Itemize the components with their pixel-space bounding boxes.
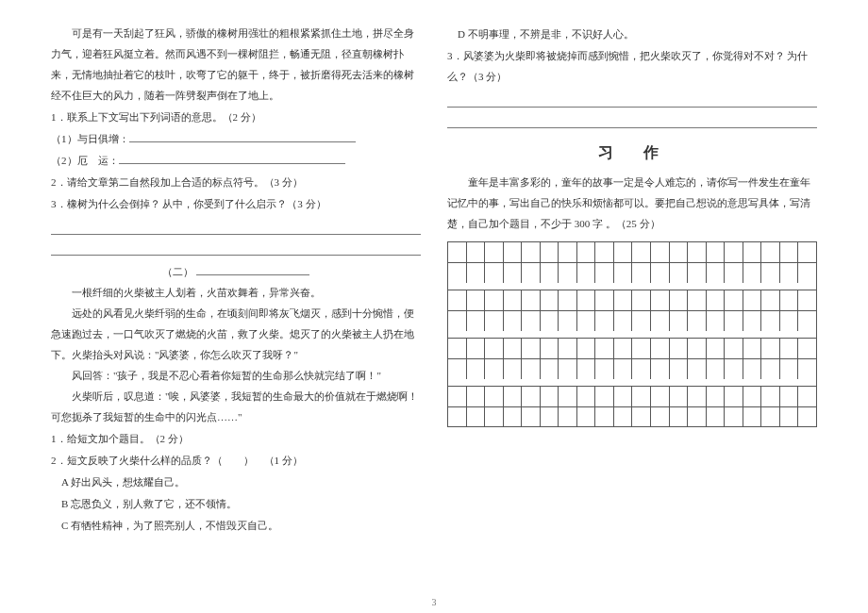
essay-cell[interactable]: [522, 359, 541, 379]
essay-cell[interactable]: [541, 359, 559, 379]
essay-cell[interactable]: [632, 359, 651, 379]
s2q3-blank-2[interactable]: [447, 111, 817, 128]
s2q3-blank-1[interactable]: [447, 91, 817, 108]
essay-cell[interactable]: [651, 339, 670, 358]
essay-cell[interactable]: [467, 242, 486, 262]
essay-row[interactable]: [447, 338, 817, 358]
essay-cell[interactable]: [798, 359, 817, 379]
essay-cell[interactable]: [725, 242, 743, 262]
essay-cell[interactable]: [725, 407, 743, 426]
essay-cell[interactable]: [632, 339, 651, 358]
essay-cell[interactable]: [595, 263, 614, 283]
essay-cell[interactable]: [632, 387, 651, 406]
essay-cell[interactable]: [798, 263, 817, 283]
essay-cell[interactable]: [780, 407, 799, 426]
essay-cell[interactable]: [688, 263, 707, 283]
essay-row[interactable]: [447, 358, 817, 379]
essay-cell[interactable]: [670, 339, 689, 358]
essay-cell[interactable]: [670, 242, 689, 262]
essay-cell[interactable]: [761, 242, 780, 262]
essay-cell[interactable]: [577, 242, 596, 262]
essay-cell[interactable]: [467, 263, 486, 283]
essay-cell[interactable]: [522, 290, 541, 310]
essay-grid[interactable]: [447, 241, 817, 427]
essay-cell[interactable]: [707, 359, 726, 379]
essay-cell[interactable]: [707, 387, 726, 406]
essay-cell[interactable]: [761, 387, 780, 406]
essay-cell[interactable]: [798, 290, 817, 310]
essay-cell[interactable]: [780, 311, 799, 331]
essay-cell[interactable]: [761, 263, 780, 283]
essay-cell[interactable]: [651, 311, 670, 331]
essay-cell[interactable]: [541, 242, 559, 262]
essay-cell[interactable]: [688, 359, 707, 379]
essay-cell[interactable]: [670, 290, 689, 310]
essay-row[interactable]: [447, 241, 817, 262]
essay-cell[interactable]: [614, 263, 633, 283]
essay-cell[interactable]: [577, 407, 596, 426]
essay-cell[interactable]: [632, 407, 651, 426]
essay-cell[interactable]: [577, 359, 596, 379]
essay-cell[interactable]: [761, 290, 780, 310]
essay-cell[interactable]: [707, 263, 726, 283]
essay-cell[interactable]: [522, 407, 541, 426]
essay-cell[interactable]: [485, 263, 504, 283]
essay-cell[interactable]: [559, 407, 577, 426]
essay-cell[interactable]: [614, 339, 633, 358]
essay-cell[interactable]: [743, 339, 762, 358]
essay-cell[interactable]: [614, 407, 633, 426]
essay-cell[interactable]: [707, 311, 726, 331]
essay-cell[interactable]: [485, 339, 504, 358]
essay-cell[interactable]: [522, 387, 541, 406]
essay-cell[interactable]: [780, 242, 799, 262]
essay-cell[interactable]: [467, 359, 486, 379]
essay-cell[interactable]: [541, 387, 559, 406]
essay-cell[interactable]: [504, 359, 523, 379]
essay-row[interactable]: [447, 290, 817, 310]
essay-cell[interactable]: [707, 407, 726, 426]
essay-cell[interactable]: [798, 407, 817, 426]
essay-cell[interactable]: [577, 387, 596, 406]
essay-cell[interactable]: [559, 387, 577, 406]
essay-cell[interactable]: [780, 359, 799, 379]
essay-cell[interactable]: [595, 407, 614, 426]
essay-cell[interactable]: [670, 387, 689, 406]
essay-cell[interactable]: [707, 290, 726, 310]
q3-blank-1[interactable]: [51, 218, 421, 235]
essay-cell[interactable]: [670, 359, 689, 379]
essay-cell[interactable]: [798, 387, 817, 406]
essay-cell[interactable]: [595, 242, 614, 262]
essay-cell[interactable]: [688, 387, 707, 406]
essay-cell[interactable]: [614, 311, 633, 331]
essay-cell[interactable]: [467, 339, 486, 358]
essay-cell[interactable]: [798, 339, 817, 358]
essay-cell[interactable]: [448, 242, 467, 262]
essay-cell[interactable]: [670, 311, 689, 331]
option-d[interactable]: D 不明事理，不辨是非，不识好人心。: [447, 24, 817, 44]
essay-cell[interactable]: [559, 290, 577, 310]
essay-cell[interactable]: [504, 387, 523, 406]
essay-cell[interactable]: [725, 263, 743, 283]
essay-cell[interactable]: [595, 339, 614, 358]
essay-cell[interactable]: [651, 290, 670, 310]
essay-cell[interactable]: [725, 359, 743, 379]
essay-cell[interactable]: [485, 359, 504, 379]
essay-cell[interactable]: [467, 311, 486, 331]
option-b[interactable]: B 忘恩负义，别人救了它，还不领情。: [51, 493, 421, 514]
essay-row[interactable]: [447, 406, 817, 427]
essay-cell[interactable]: [485, 407, 504, 426]
essay-cell[interactable]: [577, 339, 596, 358]
essay-cell[interactable]: [485, 311, 504, 331]
essay-cell[interactable]: [504, 290, 523, 310]
essay-cell[interactable]: [743, 407, 762, 426]
q3-blank-2[interactable]: [51, 239, 421, 256]
essay-cell[interactable]: [541, 263, 559, 283]
essay-cell[interactable]: [577, 263, 596, 283]
essay-cell[interactable]: [688, 339, 707, 358]
essay-cell[interactable]: [632, 242, 651, 262]
essay-cell[interactable]: [541, 290, 559, 310]
essay-cell[interactable]: [780, 387, 799, 406]
essay-cell[interactable]: [651, 359, 670, 379]
essay-cell[interactable]: [522, 311, 541, 331]
essay-cell[interactable]: [485, 242, 504, 262]
